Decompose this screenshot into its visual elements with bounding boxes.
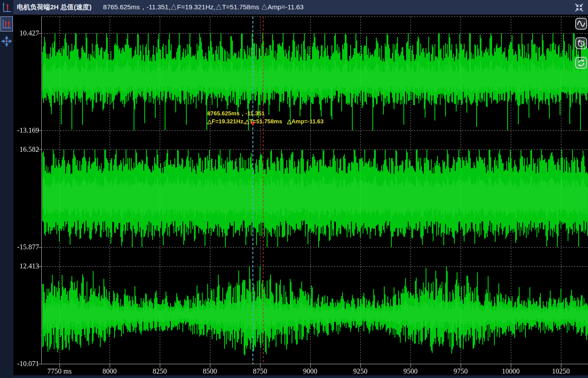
dual-cursor-tool-button[interactable] (0, 16, 13, 32)
cursor-annotation-line2: △F=19.321Hz,△T=51.758ms △Amp=-11.63 (207, 118, 324, 126)
x-axis-label: 9250 (353, 367, 367, 375)
single-cursor-icon (1, 2, 12, 13)
waveform-canvas[interactable] (0, 15, 588, 378)
bottom-strip (0, 375, 588, 378)
vibration-analyzer-app: 10.427-13.16916.582-15.87712.413-10.071 … (0, 0, 588, 378)
x-axis-label: 10250 (552, 367, 570, 375)
x-axis-label: 9750 (454, 367, 468, 375)
x-axis-label: 8750 (253, 367, 267, 375)
x-axis-label: 8500 (203, 367, 217, 375)
x-axis-label: 7750 ms (47, 367, 72, 375)
x-axis-label: 9000 (303, 367, 317, 375)
y-axis-label: -15.877 (13, 243, 39, 251)
title-bar: 电机负荷端2H 总值(速度) 8765.625ms，-11.351,△F=19.… (13, 0, 588, 15)
cursor-annotation: 8765.625ms，-11.351△F=19.321Hz,△T=51.758m… (207, 110, 324, 125)
x-axis-label: 10000 (502, 367, 520, 375)
y-axis-label: -13.169 (13, 126, 39, 134)
collapse-button[interactable] (574, 2, 584, 13)
single-cursor-tool-button[interactable] (0, 1, 13, 14)
page-title: 电机负荷端2H 总值(速度) (17, 3, 91, 12)
refresh-cycle-icon (576, 58, 586, 67)
y-axis-label: 12.413 (13, 262, 39, 270)
history-button[interactable] (575, 37, 587, 49)
waveform-plot-region: 10.427-13.16916.582-15.87712.413-10.071 … (0, 15, 588, 378)
x-axis-label: 8250 (153, 367, 167, 375)
waveform-view-button[interactable] (575, 18, 587, 30)
cursor-annotation-line1: 8765.625ms，-11.351 (207, 110, 324, 118)
x-axis-label: 8000 (103, 367, 117, 375)
sine-wave-icon (576, 19, 586, 28)
y-axis-label: 16.582 (13, 146, 39, 154)
y-axis-label: -10.071 (13, 360, 39, 368)
pan-arrows-icon (1, 36, 12, 47)
tool-sidebar (0, 0, 13, 378)
pan-tool-button[interactable] (0, 35, 13, 48)
clock-history-icon (576, 39, 586, 48)
x-axis-label: 9500 (403, 367, 418, 375)
y-axis-label: 10.427 (13, 29, 39, 37)
refresh-button[interactable] (575, 57, 587, 69)
titlebar-cursor-readout: 8765.625ms，-11.351,△F=19.321Hz,△T=51.758… (103, 3, 304, 12)
dual-cursor-icon (1, 18, 12, 30)
collapse-arrows-icon (574, 3, 584, 12)
